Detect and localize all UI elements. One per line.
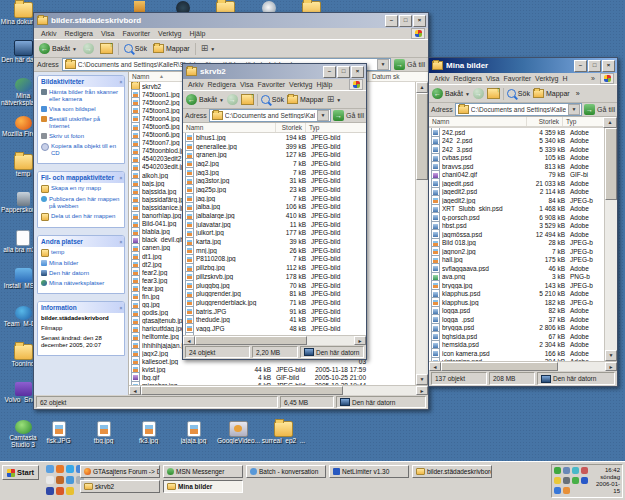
file-row[interactable]: jag2.jpg 7 kB JPEG-bild	[183, 159, 366, 168]
file-row[interactable]: karta.jpg 39 kB JPEG-bild	[183, 237, 366, 246]
taskbar-button[interactable]: GTAsajtens Forum -> Du...	[80, 465, 160, 478]
forward-button[interactable]: →	[81, 42, 96, 55]
menu-item[interactable]: Visa	[97, 30, 119, 37]
minimize-button[interactable]: –	[323, 66, 336, 78]
scrollbar-thumb[interactable]	[441, 362, 558, 371]
column-header[interactable]: Storlek	[527, 117, 563, 126]
taskbar-button[interactable]: Batch - konversation	[246, 465, 326, 478]
tray-icon[interactable]	[554, 477, 561, 484]
tray-icon[interactable]	[554, 487, 561, 494]
scrollbar-thumb[interactable]	[141, 386, 343, 395]
menu-item[interactable]: Verktyg	[533, 75, 560, 82]
file-row[interactable]: logga.psd 82 kB Adobe	[429, 307, 604, 316]
file-row[interactable]: thedude.jpg 41 kB JPEG-bild	[183, 315, 366, 324]
scroll-up-icon[interactable]: ▲	[416, 82, 428, 93]
views-button[interactable]: ⊞▼	[199, 43, 218, 54]
file-row[interactable]: jagnon2.jpg 7 kB JPEG-b	[429, 247, 604, 256]
taskbar-clock[interactable]: 16:42 söndag 2006-01-15	[592, 467, 620, 495]
file-row[interactable]: XRT_Slubb_skin.psd 1 468 kB Adobe	[429, 205, 604, 214]
file-row[interactable]: jag25p.jpg 23 kB JPEG-bild	[183, 185, 366, 194]
menu-item[interactable]: Favoriter	[118, 30, 154, 37]
column-header[interactable]: Typ	[563, 117, 603, 126]
column-header[interactable]: Namn	[429, 117, 527, 126]
address-dropdown[interactable]: ▼	[377, 59, 389, 70]
column-header[interactable]: Datum sk	[369, 72, 428, 81]
taskbar-button[interactable]: NetLimiter v1.30	[329, 465, 409, 478]
start-button[interactable]: Start	[2, 465, 39, 480]
taskbar-button[interactable]: bilder.städadeskrivbord	[412, 465, 492, 478]
titlebar[interactable]: bilder.städadeskrivbord – □ ×	[34, 13, 428, 28]
search-button[interactable]: Sök	[122, 43, 149, 54]
tray-icon[interactable]	[563, 487, 570, 494]
column-header[interactable]: Namn	[183, 123, 276, 132]
file-row[interactable]: jagedit2.psd 2 114 kB Adobe	[429, 188, 604, 197]
file-row[interactable]: klapphus.psd 5 210 kB Adobe	[429, 290, 604, 299]
minimize-button[interactable]: –	[385, 15, 398, 27]
taskbar-button[interactable]: skrvb2	[80, 480, 160, 493]
file-row[interactable]: vintersign.psd 294 kB Adobe	[429, 358, 604, 362]
search-button[interactable]: Sök	[506, 88, 531, 99]
forward-button[interactable]: →	[226, 93, 239, 106]
file-row[interactable]: blhus1.jpg 194 kB JPEG-bild	[183, 133, 366, 142]
scroll-left-icon[interactable]: ◄	[183, 336, 195, 345]
file-row[interactable]: icon kamera.psd 166 kB Adobe	[429, 349, 604, 358]
file-row[interactable]: P8110208.jpg 7 kB JPEG-bild	[183, 255, 366, 264]
maximize-button[interactable]: □	[588, 60, 601, 72]
file-row[interactable]: pluggrenderblack.jpg 71 kB JPEG-bild	[183, 298, 366, 307]
tray-icon[interactable]	[563, 467, 570, 474]
minimize-button[interactable]: –	[574, 60, 587, 72]
file-row[interactable]: pluggrender.jpg 81 kB JPEG-bild	[183, 289, 366, 298]
file-row[interactable]: vagg.JPG 48 kB JPEG-bild	[183, 324, 366, 333]
file-row[interactable]: jalbalarge.jpg 410 kB JPEG-bild	[183, 211, 366, 220]
file-row[interactable]: hall.jpg 175 kB JPEG-b	[429, 256, 604, 265]
file-row[interactable]: ava.png 3 kB PNG-b	[429, 273, 604, 282]
menu-overflow-chevron[interactable]: »	[587, 75, 599, 82]
file-row[interactable]: logga_.psd 37 kB Adobe	[429, 315, 604, 324]
back-button[interactable]: ←Bakåt▼	[185, 93, 225, 106]
back-button[interactable]: ←Bakåt▼	[431, 87, 471, 100]
sidebar-link[interactable]: Skapa en ny mapp	[41, 185, 122, 193]
horizontal-scrollbar[interactable]: ◄ ►	[129, 385, 428, 395]
tray-icon[interactable]	[572, 477, 579, 484]
file-row[interactable]: svflaggaava.psd 46 kB Adobe	[429, 264, 604, 273]
folders-button[interactable]: Mappar	[532, 88, 571, 99]
tray-icon[interactable]	[581, 467, 588, 474]
menu-item[interactable]: Hjälp	[185, 30, 209, 37]
menu-item[interactable]: Arkiv	[37, 30, 61, 37]
menu-item[interactable]: Favoriter	[501, 75, 533, 82]
menu-item[interactable]: Arkiv	[186, 81, 206, 88]
quick-launch-icon[interactable]	[56, 476, 64, 484]
file-row[interactable]: microbar.jpg 6 kB JPEG-bild 2005-10-28 1…	[129, 381, 428, 385]
menu-item[interactable]: Redigera	[452, 75, 484, 82]
sidebar-link[interactable]: Mina bilder	[41, 260, 122, 267]
desktop-icon[interactable]: jajaja.jpg	[171, 421, 216, 461]
close-button[interactable]: ×	[351, 66, 364, 78]
file-row[interactable]: bghsida.psd 67 kB Adobe	[429, 332, 604, 341]
file-row[interactable]: pillzbg.jpg 112 kB JPEG-bild	[183, 263, 366, 272]
quick-launch-icon[interactable]	[46, 465, 54, 473]
menu-item[interactable]: Visa	[484, 75, 502, 82]
column-header[interactable]: Storlek	[276, 123, 306, 132]
tray-icon[interactable]	[581, 477, 588, 484]
file-row[interactable]: brygga.jpg 143 kB JPEG-b	[429, 281, 604, 290]
horizontal-scrollbar[interactable]: ◄ ►	[429, 361, 617, 371]
horizontal-scrollbar[interactable]: ◄ ►	[183, 335, 366, 345]
titlebar[interactable]: skrvb2 – □ ×	[183, 64, 366, 79]
close-button[interactable]: ×	[602, 60, 615, 72]
scroll-up-icon[interactable]: ▲	[603, 117, 617, 128]
quick-launch-icon[interactable]	[46, 476, 54, 484]
desktop-icon[interactable]: tbg.jpg	[81, 421, 126, 461]
file-row[interactable]: granen.jpg 127 kB JPEG-bild	[183, 150, 366, 159]
quick-launch-icon[interactable]	[56, 487, 64, 495]
sidebar-link[interactable]: Visa som bildspel	[41, 106, 122, 113]
up-button[interactable]	[98, 42, 115, 55]
desktop-icon[interactable]: fk3.jpg	[126, 421, 171, 461]
menu-item[interactable]: Arkiv	[432, 75, 452, 82]
file-row[interactable]: jagedit.psd 21 033 kB Adobe	[429, 179, 604, 188]
file-row[interactable]: jagedit2.jpg 84 kB JPEG-b	[429, 196, 604, 205]
maximize-button[interactable]: □	[399, 15, 412, 27]
file-row[interactable]: lbg.gif 4 kB GIF-bild 2005-10-25 21:00	[129, 373, 428, 381]
address-input[interactable]: C:\Documents and Settings\KalleR\Skrivbo…	[209, 109, 331, 122]
file-row[interactable]: pillzskrvb.jpg 178 kB JPEG-bild	[183, 272, 366, 281]
close-button[interactable]: ×	[413, 15, 426, 27]
